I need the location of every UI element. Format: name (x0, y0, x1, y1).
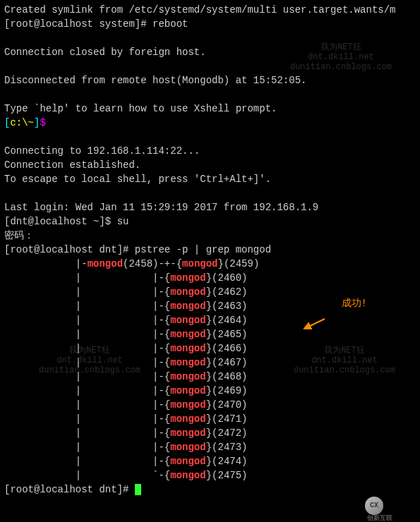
pstree-command-line: [root@localhost dnt]# pstree -p | grep m… (4, 243, 416, 257)
process-mongod-thread: mongod (170, 399, 205, 411)
brand-logo: CX 创新互联 CHUANG XIN HU LIAN (365, 497, 414, 516)
prompt: [root@localhost system]# (4, 18, 152, 30)
pstree-thread-line: | |-{mongod}(2462) (4, 285, 416, 299)
connection-closed-line: Connection closed by foreign host. (4, 45, 416, 59)
prompt-root: [root@localhost dnt]# (4, 244, 135, 255)
pid: 2465 (218, 329, 242, 340)
pid: 2470 (218, 399, 242, 411)
process-mongod-thread: mongod (170, 272, 205, 284)
pid: 2474 (218, 456, 242, 467)
command-reboot: reboot (152, 18, 188, 30)
process-mongod-thread: mongod (170, 456, 205, 467)
pid: 2469 (218, 385, 242, 396)
process-mongod-thread: mongod (170, 413, 205, 425)
process-mongod-thread: mongod (170, 329, 205, 340)
process-mongod-thread: mongod (170, 427, 205, 439)
pid: 2475 (218, 470, 242, 481)
disconnected-line: Disconnected from remote host(Mongodb) a… (4, 73, 416, 87)
pstree-thread-line: | |-{mongod}(2472) (4, 426, 416, 440)
command-pstree: pstree -p | grep mongod (135, 244, 271, 255)
help-line: Type `help' to learn how to use Xshell p… (4, 102, 416, 116)
pstree-thread-line: | |-{mongod}(2469) (4, 384, 416, 398)
blank-line (4, 59, 416, 73)
command-su: su (117, 216, 129, 227)
pid: 2464 (218, 315, 242, 326)
final-prompt-line[interactable]: [root@localhost dnt]# (4, 482, 416, 497)
blank-line (4, 87, 416, 102)
blank-line (4, 31, 416, 45)
pstree-thread-line: | |-{mongod}(2471) (4, 412, 416, 426)
prompt-line-reboot: [root@localhost system]# reboot (4, 17, 416, 31)
blank-line (4, 186, 416, 200)
prompt-root-final: [root@localhost dnt]# (4, 484, 135, 495)
pstree-thread-line: | |-{mongod}(2464) (4, 313, 416, 327)
logo-badge-icon: CX (365, 497, 383, 515)
xshell-prompt-line[interactable]: [c:\~]$ (4, 116, 416, 130)
pid-parent: 2458 (128, 258, 152, 269)
password-line[interactable]: 密码： (4, 229, 416, 243)
pid: 2472 (218, 427, 242, 439)
prompt-dollar: $ (40, 117, 45, 128)
process-mongod-thread: mongod (170, 343, 205, 354)
connecting-line: Connecting to 192.168.1.114:22... (4, 144, 416, 158)
process-mongod-thread: mongod (170, 470, 205, 481)
pstree-thread-line: | |-{mongod}(2466) (4, 341, 416, 356)
process-mongod-thread: mongod (170, 301, 205, 312)
pstree-thread-line: | |-{mongod}(2468) (4, 370, 416, 384)
pstree-thread-line: | |-{mongod}(2474) (4, 454, 416, 468)
pid: 2459 (229, 258, 253, 269)
process-mongod-thread: mongod (182, 258, 217, 269)
pid: 2471 (218, 413, 242, 425)
prompt-dnt: [dnt@localhost ~]$ (4, 216, 117, 227)
cursor (135, 484, 141, 495)
pid: 2462 (218, 286, 242, 298)
logo-text: 创新互联 CHUANG XIN HU LIAN (367, 515, 414, 522)
prompt-path: c:\~ (10, 117, 34, 128)
top-text: Created symlink from /etc/systemd/system… (4, 4, 396, 16)
lastlogin-line: Last login: Wed Jan 11 15:29:19 2017 fro… (4, 200, 416, 214)
established-line: Connection established. (4, 158, 416, 172)
pstree-thread-line: | |-{mongod}(2463) (4, 299, 416, 313)
su-line: [dnt@localhost ~]$ su (4, 214, 416, 229)
process-mongod-thread: mongod (170, 315, 205, 326)
process-mongod-thread: mongod (170, 442, 205, 453)
pstree-thread-line: | |-{mongod}(2465) (4, 327, 416, 341)
process-mongod-thread: mongod (170, 357, 205, 368)
pid: 2467 (218, 357, 242, 368)
blank-line (4, 130, 416, 144)
pstree-thread-line: | |-{mongod}(2460) (4, 271, 416, 285)
escape-line: To escape to local shell, press 'Ctrl+Al… (4, 172, 416, 186)
pid: 2463 (218, 301, 242, 312)
process-mongod-parent: mongod (88, 258, 123, 269)
process-mongod-thread: mongod (170, 371, 205, 382)
process-mongod-thread: mongod (170, 385, 205, 396)
truncated-top-line: Created symlink from /etc/systemd/system… (4, 3, 416, 17)
pstree-first-line: |-mongod(2458)-+-{mongod}(2459) (4, 257, 416, 271)
pid: 2473 (218, 442, 242, 453)
pstree-thread-line: | `-{mongod}(2475) (4, 468, 416, 482)
process-mongod-thread: mongod (170, 286, 205, 298)
pid: 2468 (218, 371, 242, 382)
pid: 2466 (218, 343, 242, 354)
pstree-thread-line: | |-{mongod}(2470) (4, 398, 416, 412)
pid: 2460 (218, 272, 242, 284)
pstree-thread-line: | |-{mongod}(2473) (4, 440, 416, 454)
pstree-thread-line: | |-{mongod}(2467) (4, 356, 416, 370)
